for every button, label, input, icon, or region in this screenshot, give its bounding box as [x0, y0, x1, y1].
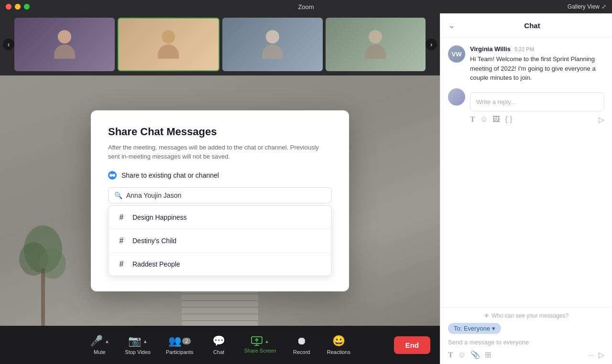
emoji-icon[interactable]: ☺ — [480, 115, 488, 124]
share-chat-modal: Share Chat Messages After the meeting, m… — [91, 110, 349, 291]
hash-icon: # — [116, 259, 127, 269]
channel-item-raddest-people[interactable]: # Raddest People — [109, 253, 331, 276]
chat-label: Chat — [213, 349, 224, 355]
chat-header: ⌄ Chat — [440, 13, 612, 38]
to-everyone-label: To: Everyone — [454, 325, 490, 332]
participant-thumb-4[interactable] — [326, 18, 426, 71]
dropdown-arrow-icon: ▾ — [492, 325, 495, 332]
participant-thumb-1[interactable] — [14, 18, 115, 71]
channel-dropdown-list: # Design Happiness # Destiny's Child # R… — [108, 205, 332, 276]
message-row: VW Virginia Willis 5:22 PM Hi Team! Welc… — [448, 45, 604, 83]
person-figure — [365, 30, 386, 59]
chat-button[interactable]: 💬 Chat — [202, 331, 235, 359]
reactions-button[interactable]: 😀 Reactions — [320, 331, 357, 359]
toolbar-items: 🎤 ▲ Mute 📷 ▲ Stop Video 👥 2 — [83, 331, 357, 359]
hash-icon: # — [116, 236, 127, 246]
share-screen-button[interactable]: ▲ Share Screen — [237, 332, 283, 357]
gallery-view-label: Gallery View — [568, 3, 600, 10]
share-screen-label: Share Screen — [244, 348, 276, 353]
screenshot-icon[interactable]: ⊞ — [485, 350, 491, 359]
modal-title: Share Chat Messages — [108, 126, 332, 138]
record-button[interactable]: ⏺ Record — [285, 331, 318, 359]
person-figure — [158, 30, 179, 59]
send-reply-icon[interactable]: ▷ — [599, 115, 604, 124]
reply-row: Write a reply... 𝐓 ☺ 🖼 { } ▷ — [448, 88, 604, 124]
minimize-button[interactable] — [15, 4, 21, 10]
attach-icon[interactable]: 📎 — [470, 350, 480, 359]
participants-icon: 👥 — [168, 335, 181, 347]
stop-video-button[interactable]: 📷 ▲ Stop Video — [118, 331, 157, 359]
main-video: Share Chat Messages After the meeting, m… — [0, 75, 440, 326]
gallery-nav-left[interactable]: ‹ — [3, 39, 14, 50]
message-text: Hi Team! Welcome to the first Sprint Pla… — [470, 54, 604, 83]
footer-toolbar: 𝐓 ☺ 📎 ⊞ ··· ▷ — [448, 350, 604, 359]
modal-overlay: Share Chat Messages After the meeting, m… — [0, 75, 440, 326]
reactions-label: Reactions — [327, 349, 350, 355]
expand-icon: ⤢ — [601, 3, 606, 10]
message-time: 5:22 PM — [514, 46, 534, 52]
channel-search-box[interactable]: 🔍 Anna Youjin Jason — [108, 187, 332, 203]
record-label: Record — [293, 349, 310, 355]
record-icon: ⏺ — [296, 335, 307, 347]
message-content: Virginia Willis 5:22 PM Hi Team! Welcome… — [470, 45, 604, 83]
reply-content: Write a reply... 𝐓 ☺ 🖼 { } ▷ — [470, 88, 604, 124]
eye-icon: 👁 — [484, 312, 490, 319]
window-controls — [6, 4, 30, 10]
gallery-nav-right[interactable]: › — [426, 39, 437, 50]
participants-label: Participants — [166, 349, 193, 355]
reply-box[interactable]: Write a reply... — [470, 92, 604, 111]
chat-messages: VW Virginia Willis 5:22 PM Hi Team! Welc… — [440, 38, 612, 307]
modal-description: After the meeting, messages will be adde… — [108, 143, 332, 161]
code-icon[interactable]: { } — [505, 115, 512, 124]
format-text-icon[interactable]: 𝐓 — [470, 115, 475, 124]
toolbar: 🎤 ▲ Mute 📷 ▲ Stop Video 👥 2 — [0, 326, 440, 364]
chat-footer: 👁 Who can see your messages? To: Everyon… — [440, 307, 612, 364]
emoji-footer-icon[interactable]: ☺ — [458, 351, 466, 359]
participants-button[interactable]: 👥 2 Participants — [159, 331, 200, 359]
app-title: Zoom — [298, 3, 314, 11]
reply-toolbar: 𝐓 ☺ 🖼 { } ▷ — [470, 115, 604, 124]
hash-icon: # — [116, 212, 127, 223]
chat-title: Chat — [460, 21, 604, 30]
search-icon: 🔍 — [114, 192, 122, 199]
participant-thumb-2[interactable] — [118, 18, 220, 71]
radio-share-existing[interactable]: Share to existing chat or channel — [108, 171, 332, 180]
reply-placeholder: Write a reply... — [476, 98, 516, 106]
radio-checked-icon — [108, 171, 117, 180]
channel-name: Raddest People — [132, 260, 180, 268]
chat-icon: 💬 — [212, 335, 225, 347]
share-screen-icon — [251, 336, 262, 346]
gallery-view-button[interactable]: Gallery View ⤢ — [568, 3, 606, 10]
send-message-icon[interactable]: ▷ — [599, 350, 604, 359]
participant-thumb-3[interactable] — [222, 18, 323, 71]
send-message-input[interactable] — [448, 339, 604, 346]
close-button[interactable] — [6, 4, 11, 10]
participant-badge: 2 — [182, 338, 191, 344]
chat-panel: ⌄ Chat VW Virginia Willis 5:22 PM Hi Tea… — [440, 13, 612, 364]
reactions-icon: 😀 — [332, 335, 345, 347]
format-icon[interactable]: 𝐓 — [448, 351, 453, 359]
channel-item-destinys-child[interactable]: # Destiny's Child — [109, 229, 331, 253]
maximize-button[interactable] — [24, 4, 30, 10]
gallery-strip: ‹ — [0, 13, 440, 75]
video-icon: 📷 — [128, 335, 141, 347]
stop-video-label: Stop Video — [125, 349, 151, 355]
chat-back-icon[interactable]: ⌄ — [448, 20, 455, 31]
video-area: ‹ — [0, 13, 440, 364]
end-button[interactable]: End — [394, 336, 430, 354]
message-meta: Virginia Willis 5:22 PM — [470, 45, 604, 53]
to-everyone-button[interactable]: To: Everyone ▾ — [448, 323, 501, 334]
person-figure — [262, 30, 283, 59]
radio-label: Share to existing chat or channel — [121, 171, 219, 179]
channel-item-design-happiness[interactable]: # Design Happiness — [109, 206, 331, 229]
sender-name: Virginia Willis — [470, 45, 511, 53]
more-options-icon[interactable]: ··· — [588, 351, 594, 359]
title-bar: Zoom Gallery View ⤢ — [0, 0, 612, 13]
image-icon[interactable]: 🖼 — [492, 115, 500, 124]
mute-label: Mute — [94, 349, 105, 355]
mute-button[interactable]: 🎤 ▲ Mute — [83, 331, 116, 359]
who-sees-text: Who can see your messages? — [492, 312, 568, 319]
avatar: VW — [448, 45, 465, 63]
reply-avatar — [448, 88, 465, 106]
who-can-see: 👁 Who can see your messages? — [448, 312, 604, 319]
